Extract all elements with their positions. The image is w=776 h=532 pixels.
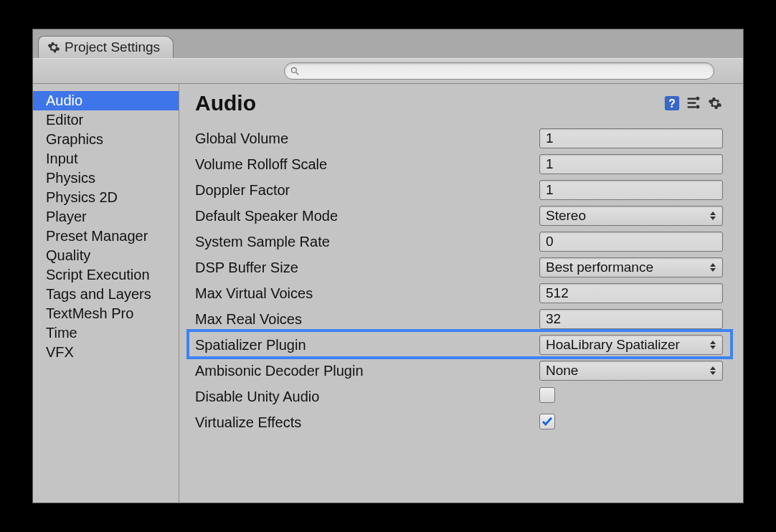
sidebar-item-label: Quality	[46, 247, 90, 263]
fields: Global Volume1Volume Rolloff Scale1Doppl…	[195, 125, 723, 435]
text-input-value: 1	[546, 182, 554, 198]
sidebar: AudioEditorGraphicsInputPhysicsPhysics 2…	[33, 84, 179, 503]
sidebar-item-label: Graphics	[46, 131, 103, 147]
text-input-value: 32	[546, 311, 561, 327]
dropdown-value: Stereo	[546, 208, 586, 224]
sidebar-item-quality[interactable]: Quality	[33, 246, 179, 265]
sidebar-item-physics-2d[interactable]: Physics 2D	[33, 188, 179, 207]
chevron-updown-icon	[709, 341, 716, 349]
presets-icon[interactable]	[686, 95, 701, 111]
field-label: Doppler Factor	[195, 182, 432, 199]
project-settings-panel: Project Settings AudioEditorGraphicsInpu…	[32, 29, 744, 503]
field-max-real-voices: Max Real Voices32	[195, 306, 723, 332]
svg-point-8	[696, 105, 699, 109]
sidebar-item-player[interactable]: Player	[33, 207, 179, 227]
sidebar-item-label: Preset Manager	[46, 228, 148, 244]
checkbox[interactable]	[539, 414, 555, 429]
sidebar-item-label: Time	[46, 325, 77, 341]
field-ambisonic-decoder-plugin: Ambisonic Decoder PluginNone	[195, 358, 723, 384]
sidebar-item-label: Physics 2D	[46, 189, 118, 205]
sidebar-item-textmesh-pro[interactable]: TextMesh Pro	[33, 304, 179, 323]
sidebar-item-physics[interactable]: Physics	[33, 168, 179, 188]
field-volume-rolloff-scale: Volume Rolloff Scale1	[195, 151, 723, 177]
dropdown-value: HoaLibrary Spatializer	[546, 337, 680, 353]
field-label: Default Speaker Mode	[195, 208, 432, 224]
gear-icon	[47, 41, 60, 54]
help-icon[interactable]: ?	[664, 95, 680, 111]
field-spatializer-plugin: Spatializer PluginHoaLibrary Spatializer	[195, 332, 723, 358]
svg-point-0	[291, 67, 296, 72]
text-input[interactable]: 1	[539, 154, 723, 174]
chevron-updown-icon	[709, 366, 716, 375]
settings-gear-icon[interactable]	[707, 95, 723, 111]
sidebar-item-label: Physics	[46, 170, 95, 186]
field-global-volume: Global Volume1	[195, 125, 723, 151]
svg-line-1	[296, 72, 299, 75]
text-input-value: 0	[546, 234, 554, 250]
text-input-value: 1	[546, 156, 554, 172]
chevron-updown-icon	[709, 212, 716, 220]
sidebar-item-label: Player	[46, 209, 87, 224]
main-header: Audio ?	[195, 91, 723, 115]
search-input[interactable]	[284, 62, 714, 80]
header-icons: ?	[664, 95, 723, 111]
text-input[interactable]: 512	[539, 283, 723, 303]
sidebar-item-label: TextMesh Pro	[46, 305, 133, 321]
checkbox[interactable]	[539, 387, 555, 403]
search-icon	[290, 66, 300, 76]
field-label: Spatializer Plugin	[195, 337, 432, 353]
sidebar-item-audio[interactable]: Audio	[33, 91, 179, 110]
field-label: Volume Rolloff Scale	[195, 156, 432, 173]
sidebar-item-script-execution[interactable]: Script Execution	[33, 265, 179, 285]
field-dsp-buffer-size: DSP Buffer SizeBest performance	[195, 255, 723, 280]
sidebar-item-editor[interactable]: Editor	[33, 110, 179, 130]
svg-rect-5	[688, 102, 696, 104]
field-label: Max Virtual Voices	[195, 285, 432, 302]
field-max-virtual-voices: Max Virtual Voices512	[195, 280, 723, 306]
dropdown-value: None	[546, 363, 578, 379]
tab-project-settings[interactable]: Project Settings	[38, 36, 174, 58]
field-label: Ambisonic Decoder Plugin	[195, 363, 432, 379]
text-input[interactable]: 32	[539, 309, 723, 329]
checkmark-icon	[541, 415, 554, 428]
sidebar-item-time[interactable]: Time	[33, 323, 179, 343]
sidebar-item-tags-and-layers[interactable]: Tags and Layers	[33, 285, 179, 304]
svg-rect-4	[688, 98, 696, 100]
tab-label: Project Settings	[65, 39, 160, 55]
search-row	[33, 58, 743, 84]
text-input[interactable]: 0	[539, 232, 723, 252]
dropdown[interactable]: None	[539, 361, 723, 381]
field-virtualize-effects: Virtualize Effects	[195, 409, 723, 435]
sidebar-item-graphics[interactable]: Graphics	[33, 130, 179, 149]
chevron-updown-icon	[709, 263, 716, 272]
sidebar-item-label: VFX	[46, 344, 74, 360]
text-input[interactable]: 1	[539, 180, 723, 200]
page-title: Audio	[195, 91, 256, 115]
svg-point-7	[696, 97, 699, 100]
sidebar-item-label: Audio	[46, 92, 82, 108]
sidebar-item-preset-manager[interactable]: Preset Manager	[33, 227, 179, 246]
sidebar-item-label: Input	[46, 151, 77, 166]
sidebar-item-label: Script Execution	[46, 267, 150, 282]
svg-rect-6	[688, 106, 696, 108]
dropdown-value: Best performance	[546, 260, 653, 275]
field-label: Global Volume	[195, 130, 432, 147]
field-label: Max Real Voices	[195, 311, 432, 328]
main-content: Audio ? Global Volume1Volume Rolloff Sca…	[179, 84, 743, 503]
field-doppler-factor: Doppler Factor1	[195, 177, 723, 203]
sidebar-item-vfx[interactable]: VFX	[33, 343, 179, 362]
field-label: Virtualize Effects	[195, 414, 432, 431]
text-input-value: 1	[546, 130, 554, 146]
field-disable-unity-audio: Disable Unity Audio	[195, 384, 723, 409]
dropdown[interactable]: Best performance	[539, 257, 723, 277]
sidebar-item-label: Editor	[46, 112, 83, 128]
body: AudioEditorGraphicsInputPhysicsPhysics 2…	[33, 84, 743, 503]
text-input[interactable]: 1	[539, 128, 723, 148]
dropdown[interactable]: HoaLibrary Spatializer	[539, 335, 723, 355]
dropdown[interactable]: Stereo	[539, 206, 723, 226]
sidebar-item-input[interactable]: Input	[33, 149, 179, 168]
sidebar-item-label: Tags and Layers	[46, 286, 151, 302]
tab-bar: Project Settings	[33, 29, 743, 58]
field-label: Disable Unity Audio	[195, 389, 432, 405]
text-input-value: 512	[546, 285, 569, 301]
